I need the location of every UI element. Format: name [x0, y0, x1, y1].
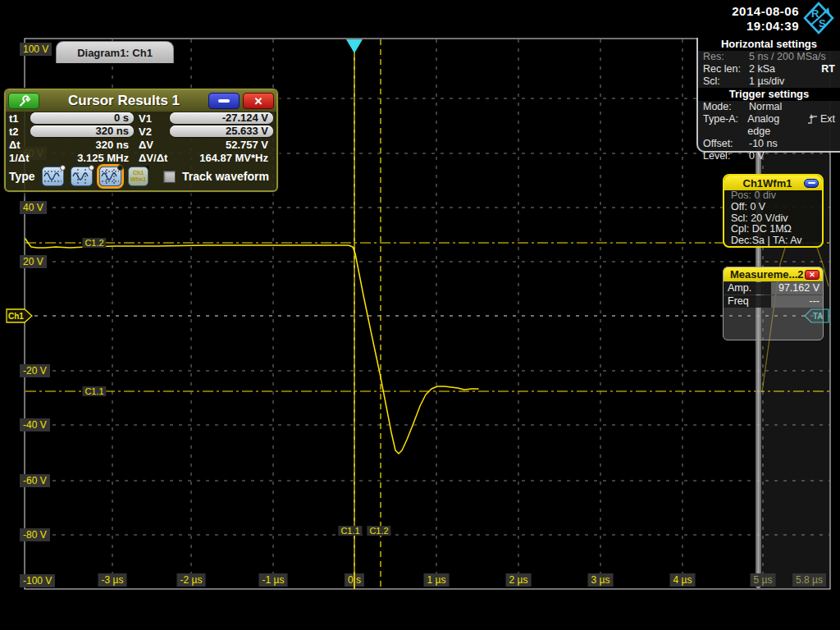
reclen-row: Rec len: 2 kSa RT — [698, 63, 840, 75]
cursor-source-button[interactable]: Ch1 Wfm1 — [128, 167, 148, 186]
dropdown-corner-icon — [145, 166, 149, 171]
trigger-settings-title: Trigger settings — [698, 88, 840, 101]
cursor-label-c12-bottom[interactable]: C1.2 — [367, 526, 390, 536]
dialog-titlebar[interactable]: Cursor Results 1 ✕ — [6, 90, 276, 112]
cursor-row-dt-dv: Δt 320 ns ΔV 52.757 V — [6, 138, 276, 151]
scl-label: Scl: — [703, 75, 749, 88]
x-axis-label: -3 µs — [98, 573, 127, 587]
channel-marker-label: Ch1 — [8, 312, 24, 321]
cursor-row-t1-v1: t1 0 s V1 -27.124 V — [6, 112, 276, 125]
dialog-close-button[interactable]: ✕ — [243, 93, 274, 109]
ch1wfm1-title: Ch1Wfm1 — [731, 177, 804, 189]
ch1wfm1-minimize-button[interactable] — [804, 179, 819, 188]
x-axis-label: 5 µs — [751, 573, 776, 587]
wrench-icon — [18, 95, 30, 107]
dvdt-value: 164.87 MV*Hz — [170, 152, 273, 164]
trigger-source-value: Ext — [820, 113, 835, 138]
source-caption: Ch1 Wfm1 — [129, 170, 148, 183]
dvdt-label: ΔV/Δt — [134, 152, 170, 164]
ch1-waveform-trace — [25, 239, 478, 454]
x-axis-label: 1 µs — [424, 573, 450, 587]
y-axis-label: 20 V — [20, 255, 47, 268]
freq-label: Freq — [724, 295, 771, 308]
trigger-mode-row: Mode: Normal — [698, 101, 840, 113]
offset-label: Offset: — [703, 138, 749, 150]
ch1wfm1-panel[interactable]: Ch1Wfm1 Pos: 0 div Off: 0 V Scl: 20 V/di… — [723, 174, 824, 248]
oscilloscope-screen: Ch1 TA 100 V 80 V 60 V 40 V 20 V -20 V -… — [0, 0, 840, 630]
horizontal-cursors-icon — [43, 167, 63, 185]
ch1-pos-row: Pos: 0 div — [724, 190, 822, 202]
x-axis-label: 3 µs — [588, 573, 614, 587]
track-waveform-label: Track waveform — [182, 170, 269, 183]
y-axis-label: -20 V — [20, 364, 50, 377]
dialog-minimize-button[interactable] — [208, 93, 240, 109]
cursor-type-both-button[interactable] — [99, 167, 121, 186]
mode-label: Mode: — [703, 101, 749, 113]
measurement-close-button[interactable]: ✕ — [805, 270, 819, 280]
ch1-cpl-row: Cpl: DC 1MΩ — [724, 224, 822, 235]
ch1-off-row: Off: 0 V — [724, 202, 822, 213]
measurement-title: Measureme...2 — [730, 268, 805, 281]
dialog-settings-button[interactable] — [8, 93, 39, 109]
settings-panel[interactable]: Horizontal settings Res: 5 ns / 200 MSa/… — [696, 38, 840, 153]
channel-marker-ch1[interactable]: Ch1 — [7, 309, 32, 322]
res-value: 5 ns / 200 MSa/s — [749, 51, 826, 63]
cursor-label-c12[interactable]: C1.2 — [82, 238, 106, 248]
v2-label: V2 — [134, 126, 170, 138]
x-axis-label: 4 µs — [670, 573, 696, 587]
cursor-type-horizontal-button[interactable] — [42, 167, 64, 186]
v2-value-field[interactable]: 25.633 V — [170, 126, 273, 137]
tab-diagram1-ch1[interactable]: Diagram1: Ch1 — [56, 41, 174, 63]
cursor-row-invdt-dvdt: 1/Δt 3.125 MHz ΔV/Δt 164.87 MV*Hz — [6, 151, 276, 164]
res-row: Res: 5 ns / 200 MSa/s — [698, 51, 840, 63]
cursor-line-over-label — [354, 572, 355, 589]
realtime-badge: RT — [821, 63, 835, 75]
track-waveform-checkbox[interactable] — [163, 171, 176, 183]
dt-label: Δt — [9, 139, 30, 151]
cursor-label-c11-bottom[interactable]: C1.1 — [338, 526, 362, 536]
amp-label: Amp. — [724, 282, 771, 294]
t1-value-field[interactable]: 0 s — [30, 112, 134, 124]
x-axis-label: 2 µs — [506, 573, 532, 587]
type-a-label: Type-A: — [703, 113, 747, 138]
ch1wfm1-titlebar[interactable]: Ch1Wfm1 — [724, 176, 822, 190]
close-icon: ✕ — [809, 271, 815, 279]
t2-value-field[interactable]: 320 ns — [30, 126, 134, 137]
minimize-icon — [808, 182, 815, 184]
type-a-value: Analog edge — [747, 113, 803, 138]
measurement-panel[interactable]: Measureme...2 ✕ Amp. 97.162 V Freq --- — [723, 267, 824, 340]
both-cursors-icon — [100, 167, 121, 185]
radio-indicator — [60, 165, 66, 171]
reclen-value: 2 kSa — [749, 63, 775, 75]
rising-edge-icon — [806, 114, 819, 125]
close-icon: ✕ — [254, 95, 263, 107]
x-axis-label: -2 µs — [177, 573, 206, 587]
cursor-type-row: Type — [6, 164, 276, 190]
frequency-row: Freq --- — [724, 295, 823, 308]
type-label: Type — [9, 170, 35, 183]
minimize-icon — [218, 99, 230, 103]
v1-value-field[interactable]: -27.124 V — [170, 112, 273, 124]
x-axis-label: -1 µs — [259, 573, 288, 587]
measurement-titlebar[interactable]: Measureme...2 ✕ — [724, 267, 823, 281]
ch1-dec-row: Dec:Sa | TA: Av — [724, 235, 822, 247]
trigger-position-marker-icon[interactable] — [346, 39, 363, 53]
t2-label: t2 — [9, 126, 30, 138]
cursor-results-dialog: Cursor Results 1 ✕ t1 0 s V1 -27.124 V t… — [4, 89, 278, 192]
mode-value: Normal — [749, 101, 782, 113]
level-label: Level: — [703, 150, 749, 162]
y-axis-label: -60 V — [20, 474, 50, 487]
scl-row: Scl: 1 µs/div — [698, 75, 840, 88]
y-axis-label: 100 V — [20, 43, 52, 56]
radio-indicator-selected — [117, 165, 123, 171]
cursor-label-c11[interactable]: C1.1 — [82, 386, 106, 396]
vertical-cursors-icon — [71, 167, 92, 185]
cursor-type-vertical-button[interactable] — [71, 167, 93, 186]
dialog-title: Cursor Results 1 — [43, 93, 205, 109]
tab-label: Diagram1: Ch1 — [77, 47, 153, 59]
dt-value: 320 ns — [30, 139, 134, 151]
amplitude-row: Amp. 97.162 V — [724, 282, 823, 294]
cursor-row-t2-v2: t2 320 ns V2 25.633 V — [6, 125, 276, 138]
trigger-level-row: Level: 0 V — [698, 150, 840, 162]
trigger-offset-row: Offset: -10 ns — [698, 138, 840, 150]
